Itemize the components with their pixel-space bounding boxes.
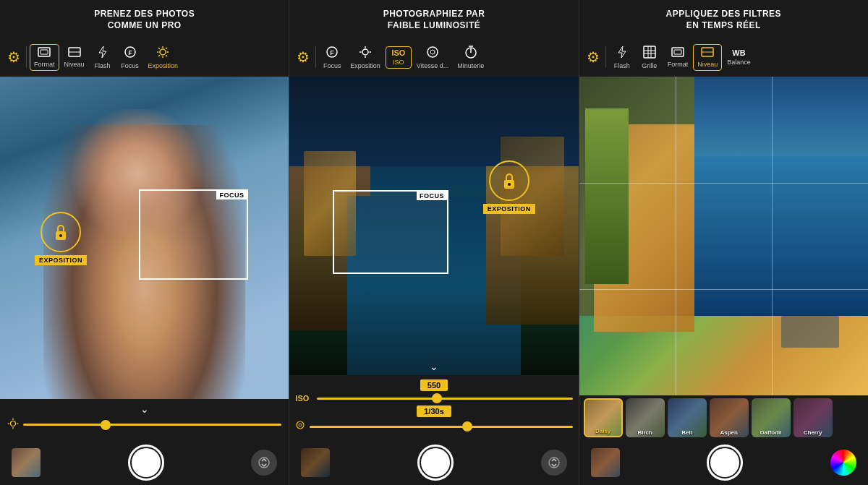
gear-icon-3[interactable]: ⚙ [584,46,603,69]
toolbar-item-exposition-2[interactable]: Exposition [346,43,384,72]
filter-daisy[interactable]: Daisy [584,398,623,437]
toolbar-separator-2 [315,46,316,68]
exposition-label: Exposition [148,62,179,69]
focus-icon-2: F [326,46,339,61]
shutter-slider-icon [295,420,305,433]
filter-birch-label: Birch [626,429,665,436]
exposition-badge: EXPOSITION [35,255,87,265]
shutter-slider-track[interactable] [310,426,572,428]
toolbar-item-niveau-3[interactable]: Niveau [693,44,722,71]
shutter-inner-2 [421,448,450,477]
minuterie-label: Minuterie [457,62,484,69]
toolbar-item-minuterie[interactable]: Minuterie [454,43,488,72]
panel-2-toolbar: ⚙ F Focus Exposition ISO ISO Vitesse d..… [289,38,578,77]
toolbar-item-grille[interactable]: Grille [637,43,663,72]
shutter-button-3[interactable] [707,445,743,481]
iso-slider-icon: ISO [295,394,312,403]
filter-birch[interactable]: Birch [626,398,665,437]
gear-icon[interactable]: ⚙ [4,46,23,69]
toolbar-item-focus[interactable]: F Focus [117,43,143,72]
filter-daisy-label: Daisy [585,428,621,434]
filter-aspen[interactable]: Aspen [710,398,749,437]
balance-label: Balance [727,59,751,66]
thumbnail-1[interactable] [12,448,41,477]
svg-text:F: F [331,49,335,56]
iso-slider-row[interactable]: ISO [295,394,572,403]
focus-label-2: Focus [323,62,341,69]
toolbar-item-iso[interactable]: ISO ISO [386,46,412,69]
filter-cherry[interactable]: Cherry [793,398,833,437]
svg-marker-41 [618,46,626,58]
shutter-inner-3 [710,448,739,477]
grille-icon [643,46,656,61]
svg-line-15 [158,55,160,56]
focus-box: FOCUS [139,189,249,280]
panel-1: PRENEZ DES PHOTOS COMME UN PRO ⚙ Format … [0,0,289,485]
shutter-button-1[interactable] [128,445,164,481]
format-icon [38,47,51,59]
shutter-button-2[interactable] [417,445,454,481]
svg-text:F: F [128,49,132,56]
iso-label: ISO [393,59,404,66]
exposition-icon-2 [359,46,372,61]
exposition-slider-track[interactable] [23,424,281,426]
filter-strip: Daisy Birch Bell Aspen Daffodil Cherry [579,395,868,440]
flash-icon [98,46,108,61]
format-icon-3 [671,47,684,59]
svg-rect-0 [38,48,50,56]
exposition-icon [156,46,169,61]
panel-2-viewport: FOCUS EXPOSITION ⌄ [289,77,578,375]
focus-label: Focus [121,62,139,69]
iso-value-box: 550 [420,379,448,391]
flip-camera-button-2[interactable] [541,450,567,476]
svg-rect-47 [672,48,684,56]
svg-point-39 [299,424,302,426]
shutter-slider-row[interactable] [295,420,572,433]
panel-1-viewport: FOCUS EXPOSITION [0,77,289,399]
color-wheel-icon[interactable] [830,450,856,476]
toolbar-item-focus-2[interactable]: F Focus [319,43,345,72]
iso-slider-thumb[interactable] [432,393,442,403]
toolbar-item-exposition[interactable]: Exposition [145,43,182,72]
niveau-icon [68,47,81,59]
filter-daffodil-label: Daffodil [752,429,791,436]
toolbar-item-vitesse[interactable]: Vitesse d... [413,43,452,72]
exposure-indicator: EXPOSITION [35,212,87,265]
focus-icon: F [124,46,137,61]
shutter-value-box: 1/30s [417,405,451,417]
iso-controls: 550 ISO 1/30s [289,375,578,440]
minuterie-icon [464,46,477,61]
svg-line-14 [166,48,167,49]
svg-rect-42 [644,46,655,58]
flip-camera-button-1[interactable] [251,450,277,476]
exposition-slider-row[interactable] [7,418,281,432]
toolbar-item-format-3[interactable]: Format [664,45,692,70]
shutter-inner [132,448,161,477]
gear-icon-2[interactable]: ⚙ [294,46,312,69]
toolbar-item-niveau[interactable]: Niveau [61,45,88,70]
iso-slider-track[interactable] [317,398,572,400]
lock-circle-2 [489,160,529,201]
iso-icon: ISO [391,49,405,57]
exposure-indicator-2: EXPOSITION [483,160,535,214]
flash-label: Flash [95,62,111,69]
woman-background: FOCUS EXPOSITION [0,77,289,399]
panel-2-header: PHOTOGRAPHIEZ PAR FAIBLE LUMINOSITÉ [289,0,578,38]
format-label: Format [34,61,55,68]
thumbnail-2[interactable] [301,448,330,477]
thumbnail-3[interactable] [591,448,620,477]
toolbar-item-balance[interactable]: WB Balance [723,47,754,68]
toolbar-item-flash-3[interactable]: Flash [609,43,635,72]
svg-point-26 [362,49,368,55]
toolbar-item-flash[interactable]: Flash [90,43,116,72]
filter-bell[interactable]: Bell [668,398,707,437]
toolbar-item-format[interactable]: Format [30,44,59,71]
filter-daffodil[interactable]: Daffodil [752,398,791,437]
focus-box-2: FOCUS [333,190,448,274]
panel-2-bottom-bar [289,440,578,485]
svg-point-38 [297,421,304,429]
svg-point-18 [11,421,16,426]
shutter-slider-thumb[interactable] [462,421,472,432]
exposition-slider-thumb[interactable] [101,420,111,430]
panel-2-title: PHOTOGRAPHIEZ PAR FAIBLE LUMINOSITÉ [383,9,485,31]
